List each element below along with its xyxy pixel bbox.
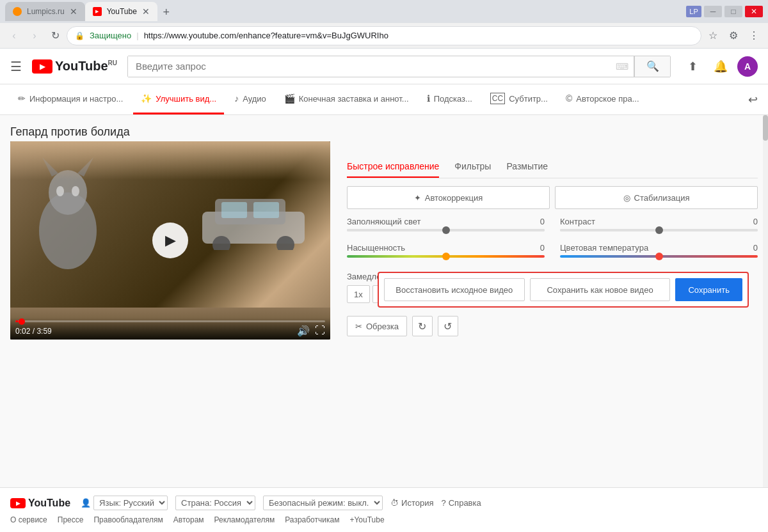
scissors-icon: ✂ [355, 322, 362, 331]
close-button[interactable]: ✕ [745, 6, 763, 17]
video-title: Гепард против болида [10, 125, 337, 139]
tab-endscreen[interactable]: 🎬 Конечная заставка и аннот... [276, 84, 417, 114]
tab-lumpics-close[interactable]: ✕ [70, 6, 77, 17]
panel-tab-blur[interactable]: Размытие [506, 161, 548, 178]
bottom-tools: ✂ Обрезка ↻ ↺ [347, 316, 758, 336]
video-bottom: 0:02 / 3:59 🔊 ⛶ [15, 325, 325, 337]
slider-row: Насыщенность 0 [347, 243, 545, 253]
slow-1x-button[interactable]: 1x [347, 285, 370, 303]
country-option[interactable]: Страна: Россия [175, 496, 255, 510]
contrast-thumb[interactable] [655, 226, 663, 234]
tab-youtube-close[interactable]: ✕ [142, 6, 150, 17]
bookmark-icon[interactable]: ☆ [704, 27, 722, 45]
user-avatar[interactable]: A [737, 56, 758, 77]
contrast-slider: Контраст 0 [560, 217, 758, 231]
tab-audio[interactable]: ♪ Аудио [227, 84, 274, 114]
yt-header: ☰ YouTubeRU ⌨ 🔍 ⬆ 🔔 A [0, 49, 768, 84]
country-select[interactable]: Страна: Россия [175, 496, 255, 510]
footer-link-advertisers[interactable]: Рекламодателям [214, 515, 275, 524]
footer-link-developers[interactable]: Разработчикам [285, 515, 339, 524]
fullscreen-icon[interactable]: ⛶ [315, 325, 325, 337]
saturation-label: Насыщенность [347, 243, 405, 253]
svg-point-5 [72, 186, 79, 196]
stabilize-button[interactable]: ◎ Стабилизация [555, 186, 758, 209]
color-temp-track[interactable] [560, 255, 758, 258]
lock-icon: 🔒 [75, 31, 84, 40]
progress-bar[interactable] [15, 320, 325, 322]
slider-row: Заполняющий свет 0 [347, 217, 545, 226]
tab-enhance[interactable]: ✨ Улучшить вид... [133, 84, 224, 114]
footer-options: 👤 Язык: Русский Страна: Россия Безопасны… [81, 496, 481, 510]
maximize-button[interactable]: □ [724, 6, 742, 17]
undo-button[interactable]: ↺ [438, 316, 458, 336]
window-user-label: LP [686, 6, 701, 17]
tab-lumpics[interactable]: Lumpics.ru ✕ [5, 2, 85, 21]
trim-button[interactable]: ✂ Обрезка [347, 316, 407, 336]
browser-window: Lumpics.ru ✕ YouTube ✕ + LP ─ □ ✕ ‹ › ↻ … [0, 0, 768, 532]
language-select[interactable]: Язык: Русский [93, 496, 168, 510]
tab-info[interactable]: ✏ Информация и настро... [10, 84, 131, 114]
fill-light-value: 0 [540, 217, 545, 226]
saturation-track[interactable] [347, 255, 545, 258]
hamburger-menu-icon[interactable]: ☰ [10, 59, 22, 74]
help-option[interactable]: ? Справка [441, 498, 481, 508]
panel-tabs: Быстрое исправление Фильтры Размытие [347, 161, 758, 178]
footer-link-press[interactable]: Прессе [58, 515, 84, 524]
tab-copyright[interactable]: © Авторское пра... [558, 84, 647, 114]
save-button[interactable]: Сохранить [675, 278, 742, 301]
history-option[interactable]: ⏱ История [390, 498, 433, 508]
search-button[interactable]: 🔍 [634, 56, 670, 77]
keyboard-icon[interactable]: ⌨ [611, 56, 634, 77]
saturation-thumb[interactable] [442, 253, 450, 260]
minimize-button[interactable]: ─ [704, 6, 722, 17]
yt-footer: YouTube 👤 Язык: Русский Страна: Россия [0, 487, 768, 532]
footer-link-plus[interactable]: +YouTube [349, 515, 384, 524]
language-option[interactable]: 👤 Язык: Русский [81, 496, 168, 510]
video-player[interactable]: ▶ 0:02 / 3:59 🔊 [10, 141, 330, 340]
back-button[interactable]: ‹ [5, 27, 23, 45]
scrollbar[interactable] [763, 115, 768, 487]
save-as-new-button[interactable]: Сохранить как новое видео [530, 278, 671, 301]
yt-logo[interactable]: YouTubeRU [32, 59, 117, 74]
footer-link-copyright[interactable]: Правообладателям [93, 515, 163, 524]
restore-video-button[interactable]: Восстановить исходное видео [384, 278, 525, 301]
footer-link-about[interactable]: О сервисе [10, 515, 47, 524]
play-button[interactable]: ▶ [152, 223, 188, 258]
tab-subtitles[interactable]: CC Субтитр... [483, 84, 556, 114]
forward-button[interactable]: › [26, 27, 44, 45]
refresh-button[interactable]: ↻ [46, 27, 64, 45]
panel-tab-quick-fix[interactable]: Быстрое исправление [347, 161, 439, 178]
back-to-video-icon[interactable]: ↩ [748, 93, 758, 107]
scrollbar-thumb[interactable] [763, 115, 768, 141]
footer-links: О сервисе Прессе Правообладателям Автора… [10, 515, 758, 524]
tab-youtube[interactable]: YouTube ✕ [85, 2, 157, 21]
redo-icon: ↻ [418, 320, 426, 332]
volume-icon[interactable]: 🔊 [297, 325, 310, 337]
redo-button[interactable]: ↻ [412, 316, 433, 336]
copyright-icon: © [566, 93, 572, 104]
autocorrect-button[interactable]: ✦ Автокоррекция [347, 186, 550, 209]
youtube-favicon [93, 7, 102, 16]
tab-enhance-label: Улучшить вид... [156, 94, 216, 104]
notifications-icon[interactable]: 🔔 [709, 55, 732, 78]
footer-logo[interactable]: YouTube [10, 497, 70, 509]
address-bar[interactable]: 🔒 Защищено | https://www.youtube.com/enh… [67, 26, 701, 45]
tool-buttons: ✦ Автокоррекция ◎ Стабилизация [347, 186, 758, 209]
menu-icon[interactable]: ⋮ [745, 27, 763, 45]
footer-link-authors[interactable]: Авторам [173, 515, 204, 524]
new-tab-button[interactable]: + [157, 3, 175, 21]
fill-light-thumb[interactable] [442, 226, 450, 234]
extensions-icon[interactable]: ⚙ [724, 27, 742, 45]
color-temp-thumb[interactable] [655, 253, 663, 260]
fill-light-track[interactable] [347, 229, 545, 231]
video-controls: 0:02 / 3:59 🔊 ⛶ [10, 318, 330, 340]
contrast-track[interactable] [560, 229, 758, 231]
safe-mode-select[interactable]: Безопасный режим: выкл. [263, 496, 383, 510]
upload-icon[interactable]: ⬆ [681, 55, 704, 78]
panel-tab-filters[interactable]: Фильтры [454, 161, 491, 178]
safe-mode-option[interactable]: Безопасный режим: выкл. [263, 496, 383, 510]
search-input[interactable] [128, 56, 611, 77]
fill-light-slider: Заполняющий свет 0 [347, 217, 545, 231]
editor-area: Гепард против болида [0, 115, 768, 487]
tab-cards[interactable]: ℹ Подсказ... [419, 84, 480, 114]
